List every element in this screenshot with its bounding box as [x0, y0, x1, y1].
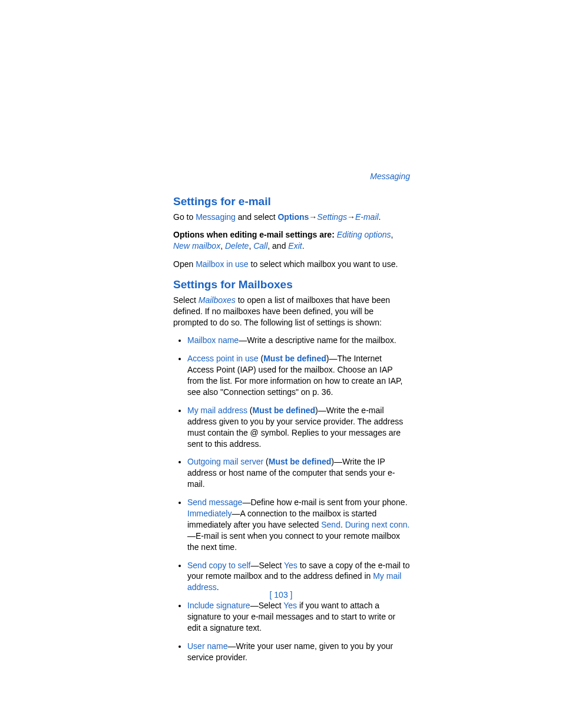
list-item: Include signature—Select Yes if you want…	[187, 600, 410, 634]
link-settings: Settings	[317, 212, 347, 222]
link-messaging: Messaging	[196, 212, 236, 222]
heading-settings-mailboxes: Settings for Mailboxes	[173, 277, 410, 292]
list-item: User name—Write your user name, given to…	[187, 641, 410, 663]
term-yes: Yes	[283, 601, 297, 610]
link-new-mailbox: New mailbox	[173, 241, 220, 251]
link-options: Options	[277, 212, 309, 222]
arrow-icon: →	[309, 212, 317, 223]
link-mailbox-in-use: Mailbox in use	[196, 259, 249, 269]
term-access-point: Access point in use	[187, 354, 259, 363]
document-page: Messaging Settings for e-mail Go to Mess…	[0, 0, 562, 663]
term-send: Send	[321, 520, 340, 529]
link-delete: Delete	[225, 241, 249, 251]
link-editing-options: Editing options	[337, 230, 391, 239]
term-send-copy: Send copy to self	[187, 561, 250, 570]
label-must-be-defined: Must be defined	[252, 406, 315, 415]
term-immediately: Immediately	[187, 509, 232, 518]
term-outgoing-server: Outgoing mail server	[187, 457, 263, 466]
term-yes: Yes	[284, 561, 297, 570]
heading-settings-email: Settings for e-mail	[173, 194, 410, 209]
term-my-mail-address: My mail address	[187, 406, 247, 415]
list-item: Mailbox name—Write a descriptive name fo…	[187, 335, 410, 346]
link-email: E-mail	[355, 212, 379, 222]
link-mailboxes: Mailboxes	[199, 295, 236, 305]
term-send-message: Send message	[187, 498, 242, 507]
link-call: Call	[253, 241, 267, 251]
term-during-next-conn: During next conn.	[345, 520, 410, 529]
paragraph-options: Options when editing e-mail settings are…	[173, 229, 410, 252]
paragraph-intro-email: Go to Messaging and select Options→ Sett…	[173, 212, 410, 223]
term-include-signature: Include signature	[187, 601, 250, 610]
arrow-icon: →	[347, 212, 355, 223]
label-must-be-defined: Must be defined	[269, 457, 332, 466]
list-item: My mail address (Must be defined)—Write …	[187, 405, 410, 450]
paragraph-intro-mailboxes: Select Mailboxes to open a list of mailb…	[173, 295, 410, 328]
list-item: Access point in use (Must be defined)—Th…	[187, 353, 410, 398]
link-exit: Exit	[288, 241, 302, 251]
list-item: Send copy to self—Select Yes to save a c…	[187, 560, 410, 594]
list-item: Outgoing mail server (Must be defined)—W…	[187, 456, 410, 490]
label-must-be-defined: Must be defined	[263, 354, 326, 363]
paragraph-open-mailbox: Open Mailbox in use to select which mail…	[173, 259, 410, 270]
list-item: Send message—Define how e-mail is sent f…	[187, 497, 410, 552]
page-number: [ 103 ]	[0, 590, 562, 599]
header-section-label: Messaging	[173, 171, 410, 182]
settings-list: Mailbox name—Write a descriptive name fo…	[173, 335, 410, 663]
term-user-name: User name	[187, 641, 227, 651]
term-mailbox-name: Mailbox name	[187, 335, 239, 345]
